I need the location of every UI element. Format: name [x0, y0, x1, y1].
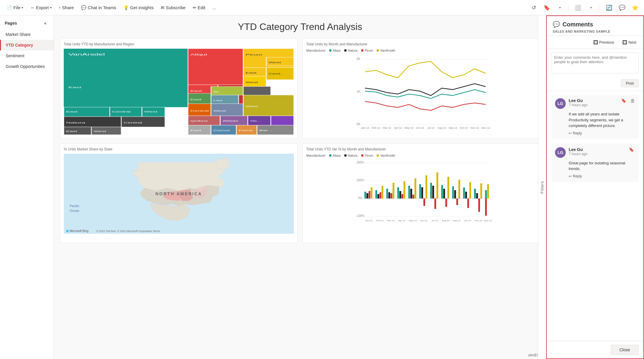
svg-text:Jul-14: Jul-14: [427, 126, 435, 129]
svg-text:Apr-14: Apr-14: [398, 219, 406, 222]
svg-text:Bar...: Bar...: [259, 129, 272, 132]
bar-legend-natura: Natura: [344, 154, 358, 157]
svg-text:East: East: [190, 129, 201, 132]
bookmark-button[interactable]: 🔖: [541, 2, 552, 13]
svg-text:May-14: May-14: [404, 126, 413, 129]
svg-text:East: East: [68, 86, 82, 89]
chat-in-teams-button[interactable]: 💬 Chat in Teams: [78, 3, 119, 12]
svg-rect-106: [415, 178, 416, 198]
sidebar-item-growth-opportunities[interactable]: Growth Opportunities: [0, 61, 54, 72]
share-label: Share: [62, 5, 74, 10]
bar-legend-dot-aliqui: [329, 154, 331, 157]
svg-text:Apr-14: Apr-14: [394, 126, 402, 129]
map-viz[interactable]: NORTH AMERICA PacificOcean ⊞ Microsoft B…: [64, 154, 294, 234]
svg-rect-123: [463, 188, 465, 198]
svg-rect-129: [478, 198, 480, 212]
reply-label: Reply: [573, 174, 582, 178]
get-insights-label: Get insights: [130, 5, 154, 10]
legend-label: Manufacturer: [306, 49, 326, 52]
svg-rect-94: [382, 186, 383, 198]
chart-map: % Units Market Share by State: [60, 143, 298, 243]
undo-button[interactable]: ↺: [528, 2, 539, 13]
svg-rect-114: [436, 172, 438, 198]
bar-legend-dot-natura: [344, 154, 347, 157]
svg-text:West: West: [144, 110, 157, 113]
svg-rect-100: [399, 191, 401, 198]
refresh-button[interactable]: 🔄: [604, 2, 614, 13]
legend-dot-natura: [344, 49, 347, 52]
legend-dot-aliqui: [329, 49, 331, 52]
comment-input[interactable]: [551, 53, 639, 73]
treemap-viz[interactable]: VanArsdel East East Central West Natura: [64, 49, 294, 135]
view-button[interactable]: ⬜: [573, 2, 583, 13]
chart-map-title: % Units Market Share by State: [64, 147, 294, 151]
star-button[interactable]: ⭐: [630, 2, 640, 13]
export-menu[interactable]: ↔ Export ▾: [27, 3, 54, 12]
toolbar-right: ↺ 🔖 ▾ ⬜ ▾ 🔄 💬 ⭐: [528, 2, 640, 13]
svg-text:East: East: [190, 90, 202, 92]
comments-panel: 💬 Comments SALES AND MARKETING SAMPLE 🔲 …: [546, 15, 644, 359]
sidebar-item-market-share[interactable]: Market Share: [0, 29, 54, 40]
line-chart-legend: Manufacturer Aliqui Natura Pirum: [306, 49, 536, 52]
comment-input-area: Post: [547, 49, 643, 91]
legend-aliqui: Aliqui: [329, 49, 341, 52]
sidebar-item-ytd-category[interactable]: YTD Category: [0, 40, 54, 50]
reply-icon: ↩: [569, 131, 572, 135]
chart-bar-title: Total Units YTD Var % by Month and Manuf…: [306, 147, 536, 151]
svg-rect-115: [441, 185, 443, 198]
bookmark-icon[interactable]: 🔖: [621, 98, 626, 103]
subscribe-button[interactable]: ✉ Subscribe: [158, 3, 189, 12]
chart-treemap-title: Total Units YTD by Manufacturer and Regi…: [64, 42, 294, 46]
post-button[interactable]: Post: [621, 79, 639, 87]
export-label: Export: [36, 5, 49, 10]
svg-text:East: East: [190, 99, 201, 101]
sidebar-item-sentiment[interactable]: Sentiment: [0, 50, 54, 61]
main-layout: Pages « Market Share YTD Category Sentim…: [0, 15, 644, 359]
file-chevron-icon: ▾: [22, 6, 23, 9]
svg-text:Sep-14: Sep-14: [448, 126, 457, 129]
svg-text:100%: 100%: [356, 179, 364, 182]
get-insights-button[interactable]: 💡 Get insights: [120, 3, 157, 12]
comments-next-button[interactable]: 🔲 Next: [620, 39, 639, 46]
teams-icon: 💬: [81, 5, 87, 10]
svg-rect-88: [366, 193, 368, 198]
comments-button[interactable]: 💬: [617, 2, 627, 13]
filters-trigger[interactable]: Filters: [538, 15, 546, 359]
file-label: File: [13, 5, 20, 10]
line-chart-viz[interactable]: 2K 1K 0K Jan-14 Feb-14 Mar-14 Apr-14: [306, 54, 536, 134]
comments-list: LG Lee Gu 7 hours ago 🔖 🗑 If we add all …: [547, 91, 643, 341]
bar-chart-viz[interactable]: 200% 100% 0% -100%: [306, 159, 536, 239]
svg-text:Leo: Leo: [213, 99, 222, 101]
legend-dot-vanarsdel: [377, 49, 379, 52]
edit-button[interactable]: ✏ Edit: [190, 3, 208, 12]
svg-text:Feb-14: Feb-14: [376, 219, 384, 222]
view-chevron-icon[interactable]: ▾: [586, 2, 596, 13]
bing-logo: ⊞ Microsoft Bing: [66, 229, 88, 233]
chart-treemap: Total Units YTD by Manufacturer and Regi…: [60, 38, 298, 139]
share-button[interactable]: ↑ Share: [56, 3, 77, 12]
bookmark-icon[interactable]: 🔖: [629, 147, 634, 152]
comment-meta: Lee Gu 7 hours ago: [569, 98, 618, 107]
svg-text:Central: Central: [190, 109, 209, 112]
svg-text:Central: Central: [112, 110, 130, 113]
delete-icon[interactable]: 🗑: [630, 98, 635, 104]
map-north-america-label: NORTH AMERICA: [155, 191, 202, 196]
close-button[interactable]: Close: [611, 345, 639, 355]
comments-footer: Close: [547, 341, 643, 358]
more-menu[interactable]: ...: [209, 3, 219, 12]
sidebar-collapse-button[interactable]: «: [42, 20, 49, 27]
svg-rect-133: [485, 198, 487, 216]
file-menu[interactable]: 📄 File ▾: [4, 3, 26, 12]
comments-previous-button[interactable]: 🔲 Previous: [591, 39, 617, 46]
comments-title: 💬 Comments: [553, 21, 637, 28]
svg-rect-0: [64, 49, 188, 107]
reply-button[interactable]: ↩ Reply: [569, 131, 635, 135]
subscribe-label: Subscribe: [166, 5, 186, 10]
reply-button[interactable]: ↩ Reply: [569, 174, 635, 178]
bookmark-chevron-icon[interactable]: ▾: [554, 2, 565, 13]
svg-rect-99: [397, 187, 399, 198]
next-label: Next: [628, 40, 636, 45]
svg-rect-116: [443, 189, 445, 198]
svg-text:-100%: -100%: [356, 214, 365, 217]
comment-card: LG Lee Gu 7 hours ago 🔖 Great page for i…: [551, 144, 639, 182]
